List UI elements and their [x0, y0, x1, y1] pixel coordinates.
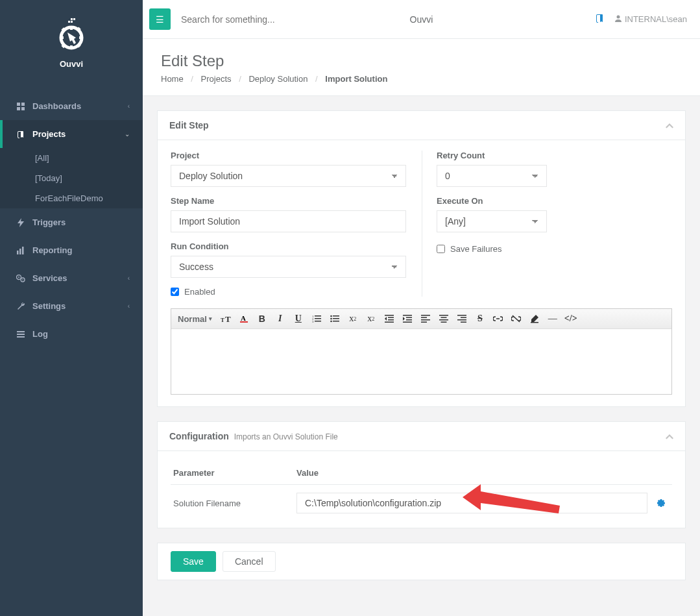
- svg-rect-5: [70, 26, 73, 30]
- svg-rect-24: [17, 331, 25, 332]
- solution-filename-input[interactable]: [296, 493, 647, 513]
- unlink-button[interactable]: [509, 312, 524, 326]
- list-icon: [16, 331, 26, 338]
- svg-rect-58: [439, 319, 448, 321]
- align-center-button[interactable]: [437, 312, 451, 326]
- sidebar-item-services[interactable]: Services ‹: [0, 264, 143, 292]
- svg-point-21: [18, 277, 19, 278]
- breadcrumb-home[interactable]: Home: [161, 74, 184, 84]
- svg-rect-46: [388, 319, 394, 321]
- panel-title: Edit Step: [169, 120, 666, 130]
- chevron-up-icon: [666, 434, 673, 439]
- row-settings-button[interactable]: [657, 499, 666, 509]
- gear-icon: [657, 498, 666, 507]
- enabled-checkbox-input[interactable]: [171, 288, 179, 296]
- sidebar-sub-item-today[interactable]: [Today]: [0, 168, 143, 188]
- main: ☰ Ouvvi INTERNAL\sean Edit Step Home: [143, 0, 700, 616]
- subscript-button[interactable]: x2: [346, 312, 360, 326]
- chevron-left-icon: ‹: [128, 302, 130, 310]
- panel-collapse-button[interactable]: [666, 432, 673, 441]
- sidebar-item-dashboards[interactable]: Dashboards ‹: [0, 92, 143, 120]
- retry-count-select[interactable]: 0: [437, 165, 547, 187]
- font-size-button[interactable]: TT: [219, 312, 233, 326]
- format-select[interactable]: Normal ▾: [175, 313, 215, 325]
- svg-rect-3: [71, 21, 73, 23]
- link-button[interactable]: [491, 312, 505, 326]
- italic-button[interactable]: I: [273, 312, 287, 326]
- font-color-button[interactable]: A: [237, 312, 251, 326]
- highlight-button[interactable]: [527, 312, 542, 326]
- indent-button[interactable]: [400, 312, 415, 326]
- docs-icon[interactable]: [595, 14, 604, 25]
- svg-rect-43: [333, 321, 339, 322]
- svg-rect-2: [68, 21, 70, 23]
- panel-collapse-button[interactable]: [666, 121, 673, 130]
- svg-rect-45: [388, 317, 394, 319]
- outdent-button[interactable]: [382, 312, 396, 326]
- underline-button[interactable]: U: [291, 312, 306, 326]
- save-failures-checkbox[interactable]: Save Failures: [437, 244, 672, 254]
- sidebar-item-label: Triggers: [32, 217, 130, 227]
- run-condition-select[interactable]: Success: [171, 256, 406, 278]
- svg-rect-33: [315, 315, 321, 317]
- table-row: Solution Filename: [171, 485, 672, 517]
- bold-button[interactable]: B: [255, 312, 269, 326]
- step-name-input[interactable]: [171, 210, 406, 232]
- execute-on-select[interactable]: [Any]: [437, 210, 547, 232]
- sidebar-item-label: Reporting: [32, 245, 130, 255]
- svg-rect-41: [333, 318, 339, 319]
- svg-rect-60: [457, 315, 466, 316]
- bolt-icon: [16, 218, 26, 227]
- svg-text:3: 3: [312, 320, 314, 323]
- breadcrumb-deploy-solution[interactable]: Deploy Solution: [248, 74, 308, 84]
- sidebar-sub-item-all[interactable]: [All]: [0, 148, 143, 168]
- breadcrumb-projects[interactable]: Projects: [201, 74, 232, 84]
- svg-rect-64: [531, 322, 538, 323]
- svg-rect-31: [240, 321, 248, 323]
- sidebar-item-triggers[interactable]: Triggers: [0, 208, 143, 236]
- superscript-button[interactable]: x2: [364, 312, 378, 326]
- sidebar-item-settings[interactable]: Settings ‹: [0, 292, 143, 320]
- svg-rect-6: [70, 45, 73, 49]
- svg-rect-55: [421, 322, 427, 323]
- editor-body[interactable]: [171, 329, 671, 394]
- execute-on-label: Execute On: [437, 196, 672, 206]
- hr-button[interactable]: —: [546, 312, 560, 326]
- menu-toggle-button[interactable]: ☰: [149, 8, 171, 30]
- sidebar-item-label: Projects: [32, 129, 125, 139]
- sidebar-item-log[interactable]: Log: [0, 320, 143, 348]
- ordered-list-button[interactable]: 123: [309, 312, 324, 326]
- sidebar-item-projects[interactable]: Projects ⌄: [0, 120, 143, 148]
- project-select[interactable]: Deploy Solution: [171, 165, 406, 187]
- svg-rect-59: [441, 322, 446, 323]
- sidebar-item-reporting[interactable]: Reporting: [0, 236, 143, 264]
- svg-rect-50: [406, 319, 412, 321]
- sidebar-sub-item-foreachfiledemo[interactable]: ForEachFileDemo: [0, 188, 143, 208]
- svg-text:T: T: [225, 314, 231, 323]
- enabled-checkbox[interactable]: Enabled: [171, 287, 406, 297]
- svg-rect-39: [333, 315, 339, 317]
- align-right-button[interactable]: [455, 312, 469, 326]
- code-view-button[interactable]: </>: [564, 312, 578, 326]
- panel-actions: Save Cancel: [157, 543, 686, 580]
- svg-point-40: [330, 318, 332, 320]
- save-button[interactable]: Save: [171, 551, 216, 572]
- breadcrumb-current: Import Solution: [325, 74, 387, 84]
- svg-rect-18: [19, 249, 21, 254]
- cancel-button[interactable]: Cancel: [223, 551, 276, 572]
- align-left-button[interactable]: [418, 312, 433, 326]
- svg-rect-62: [457, 319, 466, 321]
- chevron-left-icon: ‹: [128, 103, 130, 110]
- strikethrough-button[interactable]: S: [473, 312, 487, 326]
- save-failures-checkbox-input[interactable]: [437, 245, 445, 253]
- search-input[interactable]: [180, 10, 595, 29]
- panel-configuration: Configuration Imports an Ouvvi Solution …: [157, 421, 686, 528]
- svg-rect-14: [21, 103, 25, 106]
- param-name: Solution Filename: [171, 485, 294, 517]
- user-menu[interactable]: INTERNAL\sean: [614, 14, 687, 24]
- svg-rect-49: [406, 317, 412, 319]
- chevron-up-icon: [666, 123, 673, 129]
- unordered-list-button[interactable]: [328, 312, 342, 326]
- svg-rect-37: [315, 321, 321, 322]
- chevron-left-icon: ‹: [128, 275, 130, 282]
